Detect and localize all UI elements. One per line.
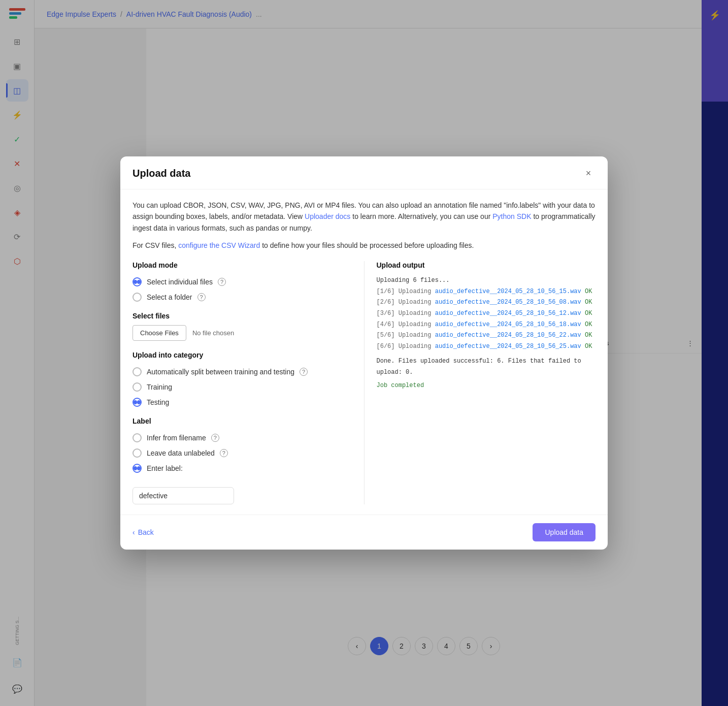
radio-enter-circle: [133, 464, 142, 473]
modal-info-text: You can upload CBOR, JSON, CSV, WAV, JPG…: [133, 200, 595, 234]
radio-folder-label: Select a folder: [147, 293, 192, 301]
label-section-title: Label: [133, 417, 352, 425]
radio-folder-circle: [133, 293, 142, 302]
output-filename-1: audio_defective__2024_05_28_10_56_15.wav: [435, 288, 581, 295]
upload-mode-radio-group: Select individual files ? Select a folde…: [133, 277, 352, 302]
output-ok-4: OK: [581, 321, 592, 328]
auto-help-icon[interactable]: ?: [300, 368, 308, 376]
output-filename-4: audio_defective__2024_05_28_10_56_18.wav: [435, 321, 581, 328]
modal-title: Upload data: [133, 168, 190, 179]
upload-modal: Upload data × You can upload CBOR, JSON,…: [120, 156, 608, 550]
csv-text-2: to define how your files should be proce…: [262, 241, 474, 249]
upload-output-title: Upload output: [377, 261, 596, 269]
modal-body: You can upload CBOR, JSON, CSV, WAV, JPG…: [120, 189, 608, 515]
modal-columns: Upload mode Select individual files ?: [133, 261, 595, 504]
output-prefix-6: [6/6] Uploading: [377, 343, 435, 350]
upload-category-label: Upload into category: [133, 351, 352, 359]
infer-help-icon[interactable]: ?: [211, 434, 219, 442]
output-prefix-2: [2/6] Uploading: [377, 299, 435, 306]
back-button[interactable]: ‹ Back: [133, 528, 154, 536]
upload-mode-section: Upload mode Select individual files ?: [133, 261, 352, 302]
select-files-label: Select files: [133, 312, 352, 320]
output-ok-2: OK: [581, 299, 592, 306]
output-filename-6: audio_defective__2024_05_28_10_56_25.wav: [435, 343, 581, 350]
python-sdk-link[interactable]: Python SDK: [492, 212, 531, 220]
label-section: Label Infer from filename ? Leave data u…: [133, 417, 352, 504]
output-prefix-3: [3/6] Uploading: [377, 310, 435, 317]
radio-training-circle: [133, 382, 142, 392]
radio-testing-label: Testing: [147, 398, 169, 406]
modal-footer: ‹ Back Upload data: [120, 515, 608, 550]
radio-testing-circle: [133, 398, 142, 407]
choose-files-button[interactable]: Choose Files: [133, 325, 186, 341]
csv-text-1: For CSV files,: [133, 241, 176, 249]
label-input[interactable]: [133, 487, 234, 504]
output-filename-3: audio_defective__2024_05_28_10_56_12.wav: [435, 310, 581, 317]
upload-data-button[interactable]: Upload data: [533, 523, 595, 541]
output-done-text: Done. Files uploaded successful: 6. File…: [377, 356, 596, 378]
output-prefix-5: [5/6] Uploading: [377, 332, 435, 339]
no-file-text: No file chosen: [192, 329, 234, 337]
right-column: Upload output Uploading 6 files... [1/6]…: [364, 261, 596, 504]
upload-output-content: Uploading 6 files... [1/6] Uploading aud…: [377, 275, 596, 391]
radio-enter-text: Enter label:: [147, 464, 183, 472]
output-line-6: [6/6] Uploading audio_defective__2024_05…: [377, 341, 596, 352]
upload-category-radio-group: Automatically split between training and…: [133, 367, 352, 407]
radio-unlabeled[interactable]: Leave data unlabeled ?: [133, 448, 352, 458]
output-ok-6: OK: [581, 343, 592, 350]
output-line-5: [5/6] Uploading audio_defective__2024_05…: [377, 330, 596, 341]
output-line-4: [4/6] Uploading audio_defective__2024_05…: [377, 319, 596, 331]
radio-folder[interactable]: Select a folder ?: [133, 293, 352, 302]
upload-category-section: Upload into category Automatically split…: [133, 351, 352, 407]
output-line-3: [3/6] Uploading audio_defective__2024_05…: [377, 308, 596, 319]
output-ok-5: OK: [581, 332, 592, 339]
unlabeled-help-icon[interactable]: ?: [220, 449, 228, 457]
radio-testing[interactable]: Testing: [133, 398, 352, 407]
file-input-row: Choose Files No file chosen: [133, 325, 352, 341]
radio-unlabeled-circle: [133, 448, 142, 458]
output-ok-1: OK: [581, 288, 592, 295]
upload-mode-label: Upload mode: [133, 261, 352, 269]
radio-auto-circle: [133, 367, 142, 376]
radio-dot: [134, 280, 137, 284]
output-job-completed: Job completed: [377, 380, 596, 392]
modal-overlay: Upload data × You can upload CBOR, JSON,…: [0, 0, 728, 706]
radio-testing-dot: [134, 400, 137, 404]
output-filename-2: audio_defective__2024_05_28_10_56_08.wav: [435, 299, 581, 306]
uploader-docs-link[interactable]: Uploader docs: [305, 212, 350, 220]
radio-individual-files[interactable]: Select individual files ?: [133, 277, 352, 286]
radio-training[interactable]: Training: [133, 382, 352, 392]
radio-infer-label[interactable]: Infer from filename ?: [133, 433, 352, 442]
radio-training-label: Training: [147, 383, 172, 391]
output-filename-5: audio_defective__2024_05_28_10_56_22.wav: [435, 332, 581, 339]
output-prefix-1: [1/6] Uploading: [377, 288, 435, 295]
left-column: Upload mode Select individual files ?: [133, 261, 352, 504]
radio-individual-circle: [133, 277, 142, 286]
radio-enter-dot: [134, 466, 137, 470]
info-text-2: to learn more. Alternatively, you can us…: [352, 212, 490, 220]
output-prefix-4: [4/6] Uploading: [377, 321, 435, 328]
radio-individual-label: Select individual files: [147, 278, 213, 286]
radio-infer-circle: [133, 433, 142, 442]
radio-auto-split[interactable]: Automatically split between training and…: [133, 367, 352, 376]
back-btn-label: Back: [138, 528, 154, 536]
output-line-1: [1/6] Uploading audio_defective__2024_05…: [377, 286, 596, 298]
back-chevron-icon: ‹: [133, 528, 135, 536]
csv-text: For CSV files, configure the CSV Wizard …: [133, 240, 595, 251]
csv-wizard-link[interactable]: configure the CSV Wizard: [178, 241, 260, 249]
folder-help-icon[interactable]: ?: [197, 293, 206, 301]
label-radio-group: Infer from filename ? Leave data unlabel…: [133, 433, 352, 473]
radio-auto-label: Automatically split between training and…: [147, 368, 294, 376]
individual-help-icon[interactable]: ?: [218, 278, 226, 286]
output-line-2: [2/6] Uploading audio_defective__2024_05…: [377, 297, 596, 308]
output-ok-3: OK: [581, 310, 592, 317]
close-button[interactable]: ×: [581, 167, 595, 181]
select-files-section: Select files Choose Files No file chosen: [133, 312, 352, 341]
radio-unlabeled-text: Leave data unlabeled: [147, 449, 215, 457]
radio-infer-text: Infer from filename: [147, 434, 206, 442]
modal-header: Upload data ×: [120, 156, 608, 189]
output-line-header: Uploading 6 files...: [377, 275, 596, 286]
radio-enter-label[interactable]: Enter label:: [133, 464, 352, 473]
